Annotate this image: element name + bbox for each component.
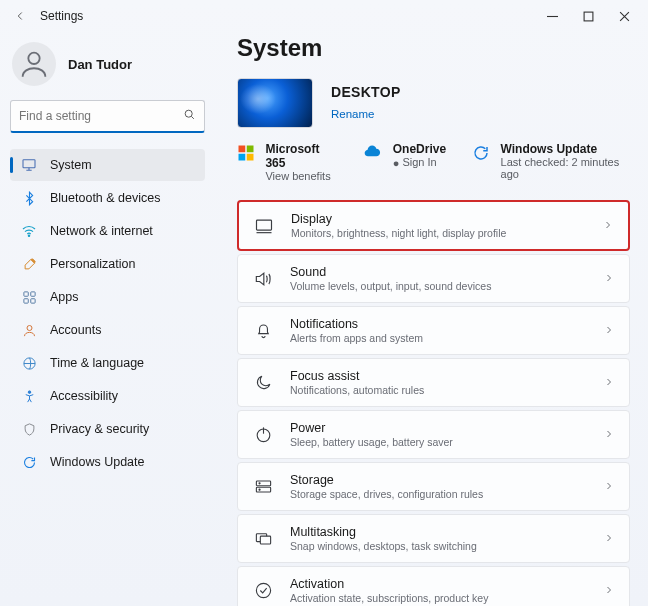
svg-rect-3 [23, 160, 35, 168]
sidebar-item-label: Time & language [50, 356, 144, 370]
cloud-m365[interactable]: Microsoft 365 View benefits [237, 142, 337, 182]
chevron-right-icon [603, 426, 615, 444]
card-subtitle: Monitors, brightness, night light, displ… [291, 227, 602, 239]
sound-icon [252, 268, 274, 290]
power-icon [252, 424, 274, 446]
chevron-right-icon [603, 530, 615, 548]
maximize-button[interactable] [570, 2, 606, 30]
search-icon [183, 107, 196, 125]
sidebar-item-privacy[interactable]: Privacy & security [10, 413, 205, 445]
sidebar-item-label: Windows Update [50, 455, 145, 469]
bluetooth-icon [20, 189, 38, 207]
window-title: Settings [40, 9, 83, 23]
chevron-right-icon [603, 582, 615, 600]
chevron-right-icon [603, 374, 615, 392]
card-multitasking[interactable]: Multitasking Snap windows, desktops, tas… [237, 514, 630, 563]
close-button[interactable] [606, 2, 642, 30]
card-title: Sound [290, 265, 603, 279]
sidebar-item-system[interactable]: System [10, 149, 205, 181]
sidebar-item-accessibility[interactable]: Accessibility [10, 380, 205, 412]
chevron-right-icon [603, 322, 615, 340]
display-icon [253, 215, 275, 237]
svg-point-9 [27, 325, 32, 330]
settings-list: Display Monitors, brightness, night ligh… [237, 200, 630, 606]
windows-update-icon [472, 143, 490, 163]
sidebar-item-label: Accounts [50, 323, 101, 337]
svg-point-2 [185, 110, 192, 117]
sidebar-item-update[interactable]: Windows Update [10, 446, 205, 478]
storage-icon [252, 476, 274, 498]
cloud-update[interactable]: Windows Update Last checked: 2 minutes a… [472, 142, 630, 180]
svg-rect-16 [257, 220, 272, 230]
avatar [12, 42, 56, 86]
page-title: System [237, 34, 630, 62]
card-title: Storage [290, 473, 603, 487]
chevron-right-icon [603, 270, 615, 288]
cloud-sub: View benefits [265, 170, 330, 182]
svg-point-11 [28, 390, 31, 393]
main-content: System DESKTOP Rename Microsoft 365 View… [215, 32, 648, 606]
svg-point-4 [28, 235, 29, 236]
user-name: Dan Tudor [68, 57, 132, 72]
svg-point-24 [256, 583, 270, 597]
onedrive-icon [363, 143, 383, 163]
rename-link[interactable]: Rename [331, 108, 374, 120]
back-button[interactable] [6, 2, 34, 30]
device-row: DESKTOP Rename [237, 78, 630, 128]
sidebar: Dan Tudor System Bluetooth & devices Net… [0, 32, 215, 606]
svg-rect-23 [260, 536, 270, 544]
card-power[interactable]: Power Sleep, battery usage, battery save… [237, 410, 630, 459]
search-box[interactable] [10, 100, 205, 133]
card-display[interactable]: Display Monitors, brightness, night ligh… [237, 200, 630, 251]
sidebar-item-bluetooth[interactable]: Bluetooth & devices [10, 182, 205, 214]
wifi-icon [20, 222, 38, 240]
update-icon [20, 453, 38, 471]
card-subtitle: Notifications, automatic rules [290, 384, 603, 396]
card-sound[interactable]: Sound Volume levels, output, input, soun… [237, 254, 630, 303]
svg-point-21 [258, 489, 259, 490]
minimize-button[interactable] [534, 2, 570, 30]
moon-icon [252, 372, 274, 394]
card-activation[interactable]: Activation Activation state, subscriptio… [237, 566, 630, 606]
cloud-row: Microsoft 365 View benefits OneDrive ●Si… [237, 142, 630, 182]
arrow-left-icon [13, 9, 27, 23]
sidebar-item-personalization[interactable]: Personalization [10, 248, 205, 280]
shield-icon [20, 420, 38, 438]
svg-rect-15 [247, 154, 254, 161]
device-thumbnail[interactable] [237, 78, 313, 128]
device-name: DESKTOP [331, 84, 401, 100]
sidebar-item-label: Bluetooth & devices [50, 191, 161, 205]
card-storage[interactable]: Storage Storage space, drives, configura… [237, 462, 630, 511]
sidebar-item-apps[interactable]: Apps [10, 281, 205, 313]
sidebar-item-accounts[interactable]: Accounts [10, 314, 205, 346]
card-subtitle: Alerts from apps and system [290, 332, 603, 344]
apps-icon [20, 288, 38, 306]
cloud-title: OneDrive [393, 142, 446, 156]
svg-rect-0 [584, 12, 593, 21]
card-title: Power [290, 421, 603, 435]
card-notifications[interactable]: Notifications Alerts from apps and syste… [237, 306, 630, 355]
svg-point-1 [28, 53, 39, 64]
card-subtitle: Sleep, battery usage, battery saver [290, 436, 603, 448]
search-input[interactable] [19, 109, 183, 123]
sidebar-item-label: Network & internet [50, 224, 153, 238]
titlebar: Settings [0, 0, 648, 32]
accounts-icon [20, 321, 38, 339]
user-profile[interactable]: Dan Tudor [12, 42, 203, 86]
card-subtitle: Volume levels, output, input, sound devi… [290, 280, 603, 292]
card-title: Multitasking [290, 525, 603, 539]
card-focus-assist[interactable]: Focus assist Notifications, automatic ru… [237, 358, 630, 407]
chevron-right-icon [603, 478, 615, 496]
minimize-icon [547, 11, 558, 22]
sidebar-item-label: Personalization [50, 257, 135, 271]
maximize-icon [583, 11, 594, 22]
svg-rect-5 [23, 291, 27, 295]
sidebar-item-time[interactable]: Time & language [10, 347, 205, 379]
nav-list: System Bluetooth & devices Network & int… [10, 149, 205, 478]
sidebar-item-label: Privacy & security [50, 422, 149, 436]
close-icon [619, 11, 630, 22]
sidebar-item-network[interactable]: Network & internet [10, 215, 205, 247]
card-title: Activation [290, 577, 603, 591]
cloud-onedrive[interactable]: OneDrive ●Sign In [363, 142, 446, 169]
cloud-sub: ●Sign In [393, 156, 437, 168]
